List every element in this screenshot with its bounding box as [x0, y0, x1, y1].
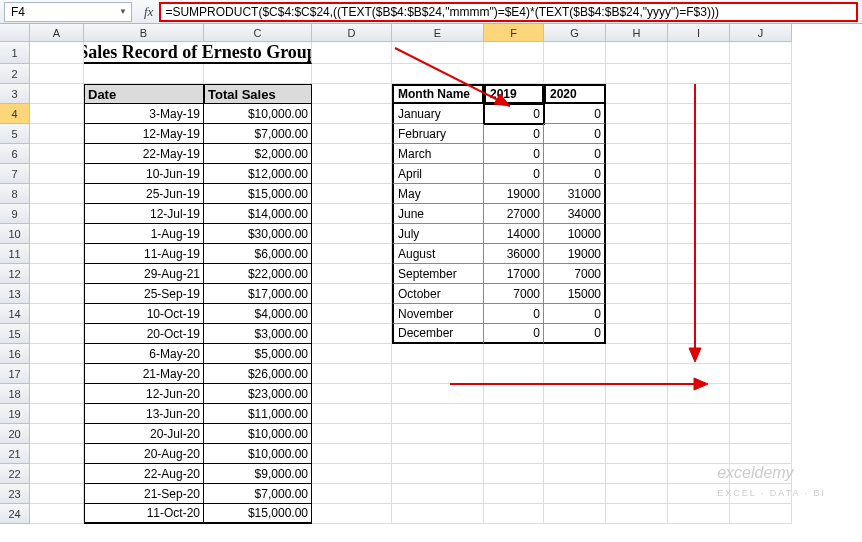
row-header-3[interactable]: 3	[0, 84, 30, 104]
month-label-9[interactable]: October	[392, 284, 484, 304]
sales-total-12[interactable]: $5,000.00	[204, 344, 312, 364]
col-header-D[interactable]: D	[312, 24, 392, 42]
row-header-17[interactable]: 17	[0, 364, 30, 384]
month-label-8[interactable]: September	[392, 264, 484, 284]
sales-total-8[interactable]: $22,000.00	[204, 264, 312, 284]
col-header-G[interactable]: G	[544, 24, 606, 42]
sales-total-5[interactable]: $14,000.00	[204, 204, 312, 224]
month-2020-5[interactable]: 34000	[544, 204, 606, 224]
row-header-24[interactable]: 24	[0, 504, 30, 524]
sales-date-11[interactable]: 20-Oct-19	[84, 324, 204, 344]
row-header-5[interactable]: 5	[0, 124, 30, 144]
row-header-12[interactable]: 12	[0, 264, 30, 284]
sales-date-20[interactable]: 11-Oct-20	[84, 504, 204, 524]
row-header-1[interactable]: 1	[0, 42, 30, 64]
month-label-1[interactable]: February	[392, 124, 484, 144]
row-header-9[interactable]: 9	[0, 204, 30, 224]
row-header-18[interactable]: 18	[0, 384, 30, 404]
row-header-7[interactable]: 7	[0, 164, 30, 184]
month-2020-10[interactable]: 0	[544, 304, 606, 324]
month-label-10[interactable]: November	[392, 304, 484, 324]
month-2019-11[interactable]: 0	[484, 324, 544, 344]
month-label-3[interactable]: April	[392, 164, 484, 184]
col-header-H[interactable]: H	[606, 24, 668, 42]
sales-date-4[interactable]: 25-Jun-19	[84, 184, 204, 204]
month-2019-10[interactable]: 0	[484, 304, 544, 324]
row-header-19[interactable]: 19	[0, 404, 30, 424]
month-2019-5[interactable]: 27000	[484, 204, 544, 224]
sales-date-13[interactable]: 21-May-20	[84, 364, 204, 384]
sales-total-17[interactable]: $10,000.00	[204, 444, 312, 464]
sales-total-4[interactable]: $15,000.00	[204, 184, 312, 204]
sales-total-20[interactable]: $15,000.00	[204, 504, 312, 524]
month-label-7[interactable]: August	[392, 244, 484, 264]
month-2019-3[interactable]: 0	[484, 164, 544, 184]
sales-date-12[interactable]: 6-May-20	[84, 344, 204, 364]
sales-total-19[interactable]: $7,000.00	[204, 484, 312, 504]
month-2019-4[interactable]: 19000	[484, 184, 544, 204]
month-2020-3[interactable]: 0	[544, 164, 606, 184]
row-header-6[interactable]: 6	[0, 144, 30, 164]
row-header-4[interactable]: 4	[0, 104, 30, 124]
sales-date-15[interactable]: 13-Jun-20	[84, 404, 204, 424]
row-header-11[interactable]: 11	[0, 244, 30, 264]
select-all-corner[interactable]	[0, 24, 30, 42]
month-2020-0[interactable]: 0	[544, 104, 606, 124]
month-header-2020[interactable]: 2020	[544, 84, 606, 104]
row-header-22[interactable]: 22	[0, 464, 30, 484]
sales-header-date[interactable]: Date	[84, 84, 204, 104]
month-2019-7[interactable]: 36000	[484, 244, 544, 264]
sales-date-5[interactable]: 12-Jul-19	[84, 204, 204, 224]
sales-date-1[interactable]: 12-May-19	[84, 124, 204, 144]
row-header-21[interactable]: 21	[0, 444, 30, 464]
formula-bar[interactable]: =SUMPRODUCT($C$4:$C$24,((TEXT($B$4:$B$24…	[159, 2, 858, 22]
col-header-F[interactable]: F	[484, 24, 544, 42]
month-2020-8[interactable]: 7000	[544, 264, 606, 284]
title-cell[interactable]: Sales Record of Ernesto Group	[84, 42, 312, 64]
sales-total-10[interactable]: $4,000.00	[204, 304, 312, 324]
sales-total-1[interactable]: $7,000.00	[204, 124, 312, 144]
name-box[interactable]: F4 ▼	[4, 2, 132, 22]
sales-date-19[interactable]: 21-Sep-20	[84, 484, 204, 504]
sales-date-17[interactable]: 20-Aug-20	[84, 444, 204, 464]
col-header-C[interactable]: C	[204, 24, 312, 42]
row-header-20[interactable]: 20	[0, 424, 30, 444]
sales-date-3[interactable]: 10-Jun-19	[84, 164, 204, 184]
sales-total-13[interactable]: $26,000.00	[204, 364, 312, 384]
sales-date-16[interactable]: 20-Jul-20	[84, 424, 204, 444]
row-header-2[interactable]: 2	[0, 64, 30, 84]
sales-total-11[interactable]: $3,000.00	[204, 324, 312, 344]
sales-total-18[interactable]: $9,000.00	[204, 464, 312, 484]
row-header-16[interactable]: 16	[0, 344, 30, 364]
col-header-E[interactable]: E	[392, 24, 484, 42]
month-2019-1[interactable]: 0	[484, 124, 544, 144]
sales-date-10[interactable]: 10-Oct-19	[84, 304, 204, 324]
sales-total-0[interactable]: $10,000.00	[204, 104, 312, 124]
sales-date-14[interactable]: 12-Jun-20	[84, 384, 204, 404]
sales-date-6[interactable]: 1-Aug-19	[84, 224, 204, 244]
month-2019-9[interactable]: 7000	[484, 284, 544, 304]
month-2019-8[interactable]: 17000	[484, 264, 544, 284]
month-2020-4[interactable]: 31000	[544, 184, 606, 204]
row-header-15[interactable]: 15	[0, 324, 30, 344]
col-header-I[interactable]: I	[668, 24, 730, 42]
month-label-4[interactable]: May	[392, 184, 484, 204]
sales-date-2[interactable]: 22-May-19	[84, 144, 204, 164]
month-2020-2[interactable]: 0	[544, 144, 606, 164]
month-label-5[interactable]: June	[392, 204, 484, 224]
month-label-11[interactable]: December	[392, 324, 484, 344]
sales-total-6[interactable]: $30,000.00	[204, 224, 312, 244]
col-header-B[interactable]: B	[84, 24, 204, 42]
col-header-A[interactable]: A	[30, 24, 84, 42]
sales-header-total[interactable]: Total Sales	[204, 84, 312, 104]
month-2020-6[interactable]: 10000	[544, 224, 606, 244]
sales-total-3[interactable]: $12,000.00	[204, 164, 312, 184]
sales-date-9[interactable]: 25-Sep-19	[84, 284, 204, 304]
sales-total-16[interactable]: $10,000.00	[204, 424, 312, 444]
month-2020-9[interactable]: 15000	[544, 284, 606, 304]
month-2020-7[interactable]: 19000	[544, 244, 606, 264]
sales-date-8[interactable]: 29-Aug-21	[84, 264, 204, 284]
sales-date-7[interactable]: 11-Aug-19	[84, 244, 204, 264]
name-box-dropdown-icon[interactable]: ▼	[117, 6, 129, 18]
month-label-6[interactable]: July	[392, 224, 484, 244]
